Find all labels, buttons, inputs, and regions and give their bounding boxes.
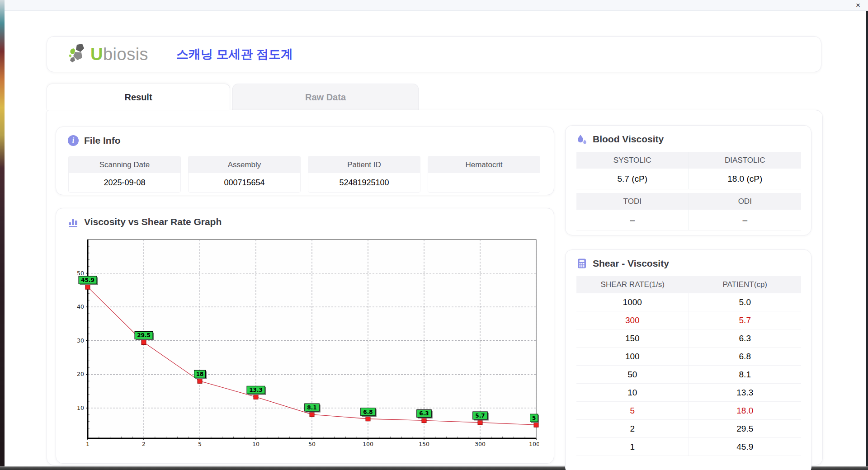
patient-column-header: PATIENT(cp) [689,276,802,293]
bv-value-row: – – [576,210,801,230]
field-label: Assembly [189,156,300,173]
svg-text:10: 10 [252,441,259,447]
tab-result[interactable]: Result [47,84,230,110]
shear-viscosity-card: Shear - Viscosity SHEAR RATE(1/s) PATIEN… [565,249,811,470]
field-label: Patient ID [308,156,420,173]
window-close-button[interactable]: × [854,1,863,9]
viscosity-chart-svg: 45.929.51813.38.16.86.35.751251050100150… [69,236,539,449]
shear-viscosity-row: 1006.8 [576,348,801,366]
blood-viscosity-card: Blood Viscosity SYSTOLIC DIASTOLIC 5.7 (… [565,125,811,235]
shear-viscosity-row: 3005.7 [576,311,801,329]
shear-rate-column-header: SHEAR RATE(1/s) [576,276,689,293]
patient-viscosity-value: 18.0 [689,402,802,419]
svg-text:50: 50 [308,441,316,447]
svg-text:30: 30 [77,337,84,344]
viscosity-graph-card: Viscosity vs Shear Rate Graph 45.929.518… [56,208,554,464]
odi-value: – [689,210,802,230]
diastolic-value: 18.0 (cP) [689,169,802,189]
shear-viscosity-row: 1506.3 [576,329,801,348]
shear-rate-value: 5 [576,402,689,419]
bv-header-row: TODI ODI [576,193,801,210]
result-content-panel: i File Info Scanning Date 2025-09-08 Ass… [47,110,823,465]
app-title-korean: 스캐닝 모세관 점도계 [176,46,293,62]
field-value [428,173,540,192]
file-info-fields: Scanning Date 2025-09-08 Assembly 000715… [68,156,540,193]
svg-text:6.3: 6.3 [419,410,429,417]
svg-text:45.9: 45.9 [81,277,94,283]
svg-text:29.5: 29.5 [137,332,151,338]
shear-viscosity-row: 145.9 [576,438,801,456]
svg-text:50: 50 [77,270,84,277]
brand-wordmark: Ubiosis [90,45,148,64]
app-window: Ubiosis 스캐닝 모세관 점도계 Result Raw Data i Fi… [5,11,866,466]
svg-text:18: 18 [196,371,204,377]
patient-viscosity-value: 29.5 [689,420,802,437]
diastolic-header: DIASTOLIC [689,152,802,169]
svg-text:1: 1 [86,441,90,447]
shear-viscosity-row: 1013.3 [576,384,801,402]
patient-viscosity-value: 6.8 [689,348,802,365]
blood-viscosity-title-row: Blood Viscosity [576,134,664,145]
svg-text:150: 150 [419,441,429,447]
shear-rate-value: 50 [576,366,689,383]
brand-u: U [90,45,103,64]
svg-text:8.1: 8.1 [307,404,316,411]
patient-viscosity-value: 8.1 [689,366,802,383]
systolic-value: 5.7 (cP) [576,169,689,189]
patient-viscosity-value: 5.7 [689,311,802,329]
svg-text:13.3: 13.3 [249,387,263,393]
shear-table-header-row: SHEAR RATE(1/s) PATIENT(cp) [576,276,801,293]
shear-table-body: 10005.03005.71506.31006.8508.11013.3518.… [576,293,801,456]
patient-viscosity-value: 45.9 [689,438,802,456]
patient-viscosity-value: 6.3 [689,329,802,347]
todi-value: – [576,210,689,230]
systolic-header: SYSTOLIC [576,152,689,169]
file-info-card: i File Info Scanning Date 2025-09-08 Ass… [56,127,554,195]
bv-header-row: SYSTOLIC DIASTOLIC [576,152,801,169]
shear-rate-value: 150 [576,329,689,347]
shear-viscosity-title-row: Shear - Viscosity [576,258,669,269]
svg-text:300: 300 [475,441,486,447]
blood-viscosity-title: Blood Viscosity [593,134,664,145]
shear-rate-value: 100 [576,348,689,365]
shear-viscosity-row: 518.0 [576,402,801,420]
svg-text:6.8: 6.8 [363,409,373,415]
window-titlebar: × [5,0,868,11]
field-hematocrit: Hematocrit [428,156,540,193]
field-patient-id: Patient ID 52481925100 [308,156,420,193]
field-value: 2025-09-08 [69,173,180,192]
field-value: 000715654 [189,173,300,192]
header-card: Ubiosis 스캐닝 모세관 점도계 [47,36,821,72]
graph-title-row: Viscosity vs Shear Rate Graph [68,216,222,227]
tab-raw-data[interactable]: Raw Data [232,84,419,110]
svg-text:5: 5 [198,441,202,447]
patient-viscosity-value: 13.3 [689,384,802,401]
svg-text:2: 2 [142,441,146,447]
odi-header: ODI [689,193,802,210]
brand-biosis: biosis [103,45,148,64]
shear-viscosity-row: 508.1 [576,366,801,384]
shear-viscosity-title: Shear - Viscosity [593,258,669,269]
svg-text:100: 100 [363,441,373,447]
graph-title: Viscosity vs Shear Rate Graph [84,216,222,227]
svg-text:40: 40 [77,303,84,310]
shear-viscosity-table: SHEAR RATE(1/s) PATIENT(cp) 10005.03005.… [576,276,801,456]
svg-text:20: 20 [77,371,84,377]
desktop-wallpaper-strip [0,0,5,466]
blood-viscosity-table: SYSTOLIC DIASTOLIC 5.7 (cP) 18.0 (cP) TO… [576,152,801,230]
file-info-title: File Info [84,135,121,146]
ubiosis-logo-icon [69,43,90,66]
field-label: Scanning Date [69,156,180,173]
table-calculator-icon [576,258,587,269]
shear-rate-value: 300 [576,311,689,329]
window-right-edge [866,11,868,466]
shear-rate-value: 1 [576,438,689,456]
shear-viscosity-row: 10005.0 [576,293,801,311]
field-value: 52481925100 [308,173,420,192]
shear-rate-value: 2 [576,420,689,437]
file-info-title-row: i File Info [68,135,121,146]
bar-chart-icon [68,216,79,227]
field-label: Hematocrit [428,156,540,173]
shear-rate-value: 1000 [576,293,689,311]
shear-viscosity-row: 229.5 [576,420,801,438]
